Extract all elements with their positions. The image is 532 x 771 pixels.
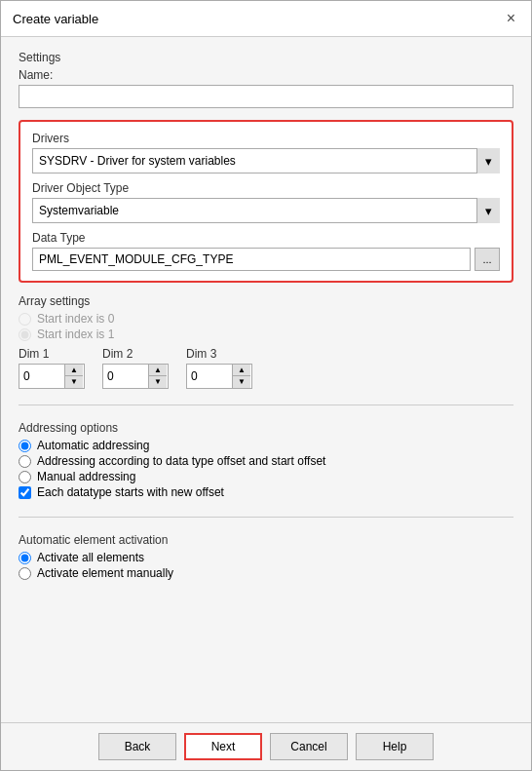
back-button[interactable]: Back <box>98 733 176 760</box>
data-type-group: Data Type ... <box>32 231 500 271</box>
addressing-section: Addressing options Automatic addressing … <box>19 421 513 501</box>
settings-label: Settings <box>19 51 513 64</box>
dim3-input[interactable] <box>187 365 232 388</box>
driver-select[interactable]: SYSDRV - Driver for system variables <box>32 148 500 173</box>
dim3-spinner-buttons: ▲ ▼ <box>232 365 250 388</box>
data-type-input[interactable] <box>32 248 471 271</box>
dim1-input[interactable] <box>19 365 64 388</box>
manual-addressing-label: Manual addressing <box>37 470 135 483</box>
dim2-up-button[interactable]: ▲ <box>149 365 167 376</box>
title-bar: Create variable × <box>1 1 531 37</box>
automatic-addressing-row: Automatic addressing <box>19 439 513 452</box>
array-settings-section: Array settings Start index is 0 Start in… <box>19 294 513 389</box>
dialog-body: Settings Name: Drivers SYSDRV - Driver f… <box>1 37 531 722</box>
dim3-label: Dim 3 <box>186 347 252 361</box>
dim3-spinner: ▲ ▼ <box>186 364 252 389</box>
new-offset-checkbox[interactable] <box>19 486 31 499</box>
activate-all-label: Activate all elements <box>37 551 144 564</box>
drivers-label: Drivers <box>32 132 500 145</box>
activate-all-row: Activate all elements <box>19 551 513 564</box>
dim1-spinner-buttons: ▲ ▼ <box>64 365 83 388</box>
offset-addressing-row: Addressing according to data type offset… <box>19 454 513 468</box>
driver-object-type-select-wrapper: Systemvariable ▾ <box>32 198 500 223</box>
automatic-addressing-label: Automatic addressing <box>37 439 149 452</box>
data-type-row: ... <box>32 248 500 271</box>
dim1-up-button[interactable]: ▲ <box>65 365 83 376</box>
dim2-down-button[interactable]: ▼ <box>149 376 167 388</box>
start-index-0-radio[interactable] <box>19 313 31 326</box>
dim-row: Dim 1 ▲ ▼ Dim 2 ▲ <box>19 347 513 389</box>
activation-label: Automatic element activation <box>19 533 513 547</box>
start-index-1-label: Start index is 1 <box>37 328 114 341</box>
create-variable-dialog: Create variable × Settings Name: Drivers… <box>0 0 532 771</box>
offset-addressing-radio[interactable] <box>19 455 31 468</box>
array-settings-label: Array settings <box>19 294 513 308</box>
footer: Back Next Cancel Help <box>1 722 531 770</box>
addressing-label: Addressing options <box>19 421 513 435</box>
automatic-addressing-radio[interactable] <box>19 440 31 452</box>
divider-1 <box>19 405 513 405</box>
dim1-spinner: ▲ ▼ <box>19 364 85 389</box>
dim1-label: Dim 1 <box>19 347 85 361</box>
dim2-label: Dim 2 <box>102 347 169 361</box>
start-index-1-row: Start index is 1 <box>19 328 513 341</box>
driver-select-wrapper: SYSDRV - Driver for system variables ▾ <box>32 148 500 173</box>
name-label: Name: <box>19 68 513 82</box>
cancel-button[interactable]: Cancel <box>270 733 348 760</box>
new-offset-row: Each datatype starts with new offset <box>19 485 513 499</box>
data-type-label: Data Type <box>32 231 500 245</box>
new-offset-label: Each datatype starts with new offset <box>37 485 224 499</box>
driver-object-type-label: Driver Object Type <box>32 181 500 195</box>
driver-object-type-select[interactable]: Systemvariable <box>32 198 500 223</box>
manual-addressing-radio[interactable] <box>19 471 31 483</box>
start-index-1-radio[interactable] <box>19 328 31 341</box>
drivers-group: Drivers SYSDRV - Driver for system varia… <box>32 132 500 173</box>
dim2-spinner-buttons: ▲ ▼ <box>148 365 167 388</box>
dim3-down-button[interactable]: ▼ <box>233 376 250 388</box>
dim3-up-button[interactable]: ▲ <box>233 365 250 376</box>
dim2-spinner: ▲ ▼ <box>102 364 169 389</box>
name-input[interactable] <box>19 85 513 108</box>
browse-button[interactable]: ... <box>475 248 500 271</box>
divider-2 <box>19 517 513 518</box>
activation-section: Automatic element activation Activate al… <box>19 533 513 582</box>
drivers-section: Drivers SYSDRV - Driver for system varia… <box>19 120 513 283</box>
help-button[interactable]: Help <box>356 733 434 760</box>
offset-addressing-label: Addressing according to data type offset… <box>37 454 325 468</box>
start-index-0-row: Start index is 0 <box>19 312 513 326</box>
dialog-title: Create variable <box>13 12 98 26</box>
start-index-0-label: Start index is 0 <box>37 312 114 326</box>
driver-object-type-group: Driver Object Type Systemvariable ▾ <box>32 181 500 223</box>
dim1-down-button[interactable]: ▼ <box>65 376 83 388</box>
settings-section: Settings Name: <box>19 51 513 108</box>
activate-manually-label: Activate element manually <box>37 566 173 580</box>
next-button[interactable]: Next <box>184 733 262 760</box>
dim2-input[interactable] <box>103 365 148 388</box>
activate-manually-radio[interactable] <box>19 567 31 580</box>
manual-addressing-row: Manual addressing <box>19 470 513 483</box>
dim2-group: Dim 2 ▲ ▼ <box>102 347 169 389</box>
activate-manually-row: Activate element manually <box>19 566 513 580</box>
activate-all-radio[interactable] <box>19 552 31 564</box>
dim1-group: Dim 1 ▲ ▼ <box>19 347 85 389</box>
close-button[interactable]: × <box>503 9 519 28</box>
dim3-group: Dim 3 ▲ ▼ <box>186 347 252 389</box>
